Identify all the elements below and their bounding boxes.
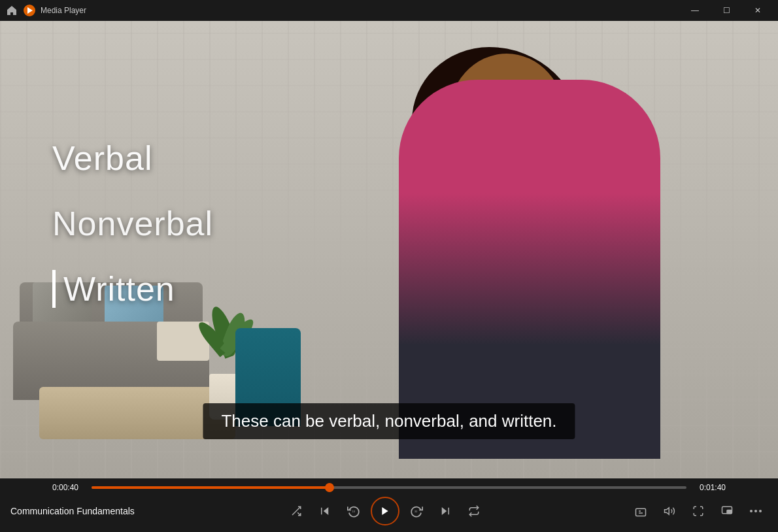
- svg-point-13: [750, 510, 753, 512]
- minimize-button[interactable]: —: [680, 0, 710, 21]
- repeat-button[interactable]: [462, 499, 486, 523]
- progress-container: 0:00:40 0:01:40: [0, 481, 778, 494]
- svg-point-15: [759, 510, 762, 512]
- svg-marker-2: [324, 507, 329, 515]
- rewind-button[interactable]: 10: [342, 499, 365, 523]
- video-title-label: Communication Fundamentals: [10, 506, 141, 516]
- captions-button[interactable]: [629, 499, 652, 523]
- volume-button[interactable]: [658, 499, 681, 523]
- title-bar: Media Player — ☐ ✕: [0, 0, 778, 21]
- svg-marker-10: [665, 508, 669, 515]
- subtitle-text: These can be verbal, nonverbal, and writ…: [203, 403, 575, 439]
- svg-marker-5: [382, 507, 388, 515]
- svg-point-14: [754, 510, 757, 512]
- svg-rect-12: [727, 510, 732, 514]
- window-controls: — ☐ ✕: [680, 0, 773, 21]
- video-area: Verbal Nonverbal Written These can be ve…: [0, 21, 778, 478]
- shuffle-button[interactable]: [284, 499, 308, 523]
- svg-text:30: 30: [414, 510, 418, 513]
- skip-back-button[interactable]: [313, 499, 337, 523]
- play-button[interactable]: [371, 497, 399, 525]
- more-options-button[interactable]: [744, 499, 768, 523]
- svg-marker-7: [442, 507, 447, 515]
- progress-fill: [92, 486, 330, 489]
- app-icon: [24, 5, 35, 16]
- right-controls: [629, 499, 768, 523]
- nonverbal-text: Nonverbal: [52, 204, 213, 243]
- person-body: [399, 80, 660, 459]
- time-total: 0:01:40: [697, 483, 726, 492]
- overlay-text: Verbal Nonverbal Written: [52, 139, 213, 308]
- svg-text:10: 10: [352, 510, 356, 513]
- person-silhouette: [347, 41, 726, 459]
- written-container: Written: [52, 269, 213, 308]
- title-bar-left: Media Player: [5, 4, 86, 17]
- controls-bar: 0:00:40 0:01:40 Communication Fundamenta…: [0, 478, 778, 532]
- app-title: Media Player: [41, 6, 86, 15]
- verbal-text: Verbal: [52, 139, 213, 178]
- close-button[interactable]: ✕: [743, 0, 773, 21]
- svg-rect-9: [636, 508, 646, 516]
- progress-thumb[interactable]: [325, 483, 334, 492]
- text-bar-indicator: [52, 270, 56, 308]
- fullscreen-button[interactable]: [686, 499, 710, 523]
- center-controls: 10 30: [141, 497, 629, 525]
- time-current: 0:00:40: [52, 483, 81, 492]
- bottom-controls: Communication Fundamentals: [0, 494, 778, 528]
- maximize-button[interactable]: ☐: [711, 0, 741, 21]
- skip-next-button[interactable]: [433, 499, 457, 523]
- video-scene: Verbal Nonverbal Written These can be ve…: [0, 21, 778, 478]
- progress-track[interactable]: [92, 486, 686, 489]
- home-icon[interactable]: [5, 4, 18, 17]
- mini-player-button[interactable]: [715, 499, 739, 523]
- fast-forward-button[interactable]: 30: [405, 499, 428, 523]
- written-text: Written: [63, 269, 175, 308]
